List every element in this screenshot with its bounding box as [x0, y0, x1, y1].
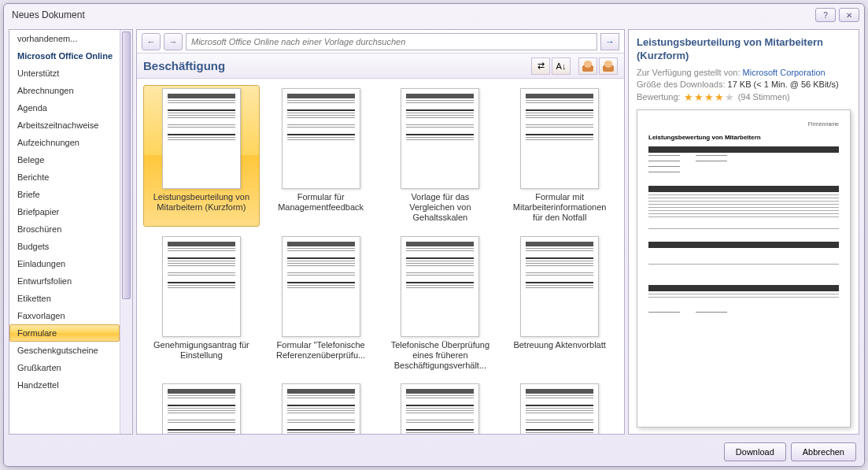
provider-link[interactable]: Microsoft Corporation [743, 68, 826, 77]
template-item[interactable]: Leistungsbeurteilung von Mitarbeitern (K… [143, 85, 260, 227]
sidebar-item[interactable]: Faxvorlagen [9, 307, 120, 324]
sidebar: vorhandenem...Microsoft Office OnlineUnt… [9, 29, 133, 435]
template-label: Betreuung Aktenvorblatt [513, 340, 605, 350]
sidebar-item[interactable]: Grußkarten [9, 359, 120, 376]
template-label: Formular für Managementfeedback [270, 192, 372, 213]
template-label: Telefonische Überprüfung eines früheren … [389, 340, 491, 372]
back-button[interactable]: ← [142, 33, 161, 50]
preview-title: Leistungsbeurteilung von Mitarbeitern (K… [637, 36, 851, 63]
forward-button[interactable]: → [164, 33, 183, 50]
dialog-window: Neues Dokument ? ✕ vorhandenem...Microso… [3, 3, 865, 467]
template-thumbnail [162, 236, 241, 337]
sidebar-scrollbar[interactable] [120, 30, 132, 434]
center-panel: ← → → Beschäftigung ⇄ A↓ Leistungsbeurte… [136, 29, 625, 435]
sidebar-item[interactable]: Agenda [9, 99, 120, 117]
sidebar-item[interactable]: Formulare [9, 324, 120, 342]
template-thumbnail [520, 88, 599, 189]
sidebar-item[interactable]: Berichte [9, 168, 120, 186]
sidebar-item[interactable]: vorhandenem... [9, 30, 120, 47]
template-thumbnail [282, 236, 360, 337]
template-thumbnail [401, 88, 479, 189]
template-item[interactable]: Formular mit Mitarbeiterinformationen fü… [501, 85, 618, 227]
sidebar-item[interactable]: Broschüren [9, 220, 120, 238]
template-label: Formular mit Mitarbeiterinformationen fü… [508, 192, 611, 224]
template-thumbnail [520, 236, 599, 337]
template-label: Leistungsbeurteilung von Mitarbeitern (K… [150, 192, 253, 213]
sidebar-item[interactable]: Microsoft Office Online [9, 47, 120, 65]
template-gallery[interactable]: Leistungsbeurteilung von Mitarbeitern (K… [137, 79, 624, 434]
sidebar-item[interactable]: Belege [9, 151, 120, 168]
titlebar: Neues Dokument ? ✕ [4, 4, 864, 26]
rating-row: Bewertung: ★★★★★ (94 Stimmen) [637, 91, 851, 103]
template-thumbnail [282, 88, 360, 189]
sidebar-item[interactable]: Abrechnungen [9, 82, 120, 99]
sidebar-item[interactable]: Handzettel [9, 376, 120, 394]
sidebar-item[interactable]: Briefpapier [9, 203, 120, 220]
search-go-button[interactable]: → [600, 33, 619, 50]
search-input[interactable] [186, 33, 597, 50]
sidebar-item[interactable]: Unterstützt [9, 65, 120, 82]
sidebar-item[interactable]: Geschenkgutscheine [9, 342, 120, 359]
window-title: Neues Dokument [12, 9, 815, 20]
sort-button[interactable]: A↓ [552, 57, 571, 75]
cancel-button[interactable]: Abbrechen [791, 442, 856, 461]
template-item[interactable]: Formular für Managementfeedback [263, 85, 379, 227]
close-button[interactable]: ✕ [839, 8, 859, 22]
template-item[interactable]: Vorlage für das Vergleichen von Gehaltss… [382, 85, 499, 227]
help-button[interactable]: ? [815, 8, 836, 22]
searchbar: ← → → [137, 30, 624, 54]
category-header: Beschäftigung ⇄ A↓ [137, 54, 624, 79]
template-label: Vorlage für das Vergleichen von Gehaltss… [389, 192, 491, 224]
template-item[interactable] [263, 380, 379, 434]
download-button[interactable]: Download [724, 442, 786, 461]
sidebar-item[interactable]: Briefe [9, 186, 120, 203]
person-icon [582, 61, 593, 72]
preview-document: Firmenname Leistungsbewertung von Mitarb… [637, 109, 851, 427]
sidebar-item[interactable]: Etiketten [9, 290, 120, 307]
template-label: Genehmigungsantrag für Einstellung [150, 340, 253, 361]
category-title: Beschäftigung [143, 59, 531, 72]
sidebar-list[interactable]: vorhandenem...Microsoft Office OnlineUnt… [9, 30, 120, 434]
template-item[interactable]: Formular "Telefonische Referenzenüberprü… [263, 233, 379, 375]
user-button[interactable] [578, 57, 597, 75]
template-item[interactable] [382, 380, 499, 434]
content-area: vorhandenem...Microsoft Office OnlineUnt… [4, 26, 864, 438]
view-buttons: ⇄ A↓ [531, 57, 618, 75]
window-controls: ? ✕ [815, 8, 859, 22]
provider-row: Zur Verfügung gestellt von: Microsoft Co… [637, 68, 851, 77]
sidebar-item[interactable]: Aufzeichnungen [9, 134, 120, 151]
template-thumbnail [282, 383, 360, 434]
person-gear-icon [603, 61, 614, 72]
template-item[interactable] [143, 380, 260, 434]
preview-panel: Leistungsbeurteilung von Mitarbeitern (K… [628, 29, 859, 435]
template-item[interactable]: Genehmigungsantrag für Einstellung [143, 233, 260, 375]
sidebar-item[interactable]: Budgets [9, 238, 120, 255]
template-thumbnail [401, 236, 479, 337]
scrollbar-thumb[interactable] [122, 31, 131, 299]
sidebar-item[interactable]: Arbeitszeitnachweise [9, 117, 120, 134]
size-row: Größe des Downloads: 17 KB (< 1 Min. @ 5… [637, 80, 851, 89]
template-item[interactable]: Telefonische Überprüfung eines früheren … [382, 233, 499, 375]
user-settings-button[interactable] [599, 57, 618, 75]
template-thumbnail [520, 383, 599, 434]
template-thumbnail [401, 383, 479, 434]
template-label: Formular "Telefonische Referenzenüberprü… [270, 340, 372, 361]
rating-stars: ★★★★★ [684, 91, 735, 103]
sidebar-item[interactable]: Einladungen [9, 255, 120, 272]
template-thumbnail [162, 88, 241, 189]
sidebar-item[interactable]: Entwurfsfolien [9, 272, 120, 290]
dialog-footer: Download Abbrechen [4, 438, 864, 466]
view-arrows-button[interactable]: ⇄ [531, 57, 550, 75]
template-item[interactable]: Betreuung Aktenvorblatt [501, 233, 618, 375]
template-item[interactable] [501, 380, 618, 434]
template-thumbnail [162, 383, 241, 434]
